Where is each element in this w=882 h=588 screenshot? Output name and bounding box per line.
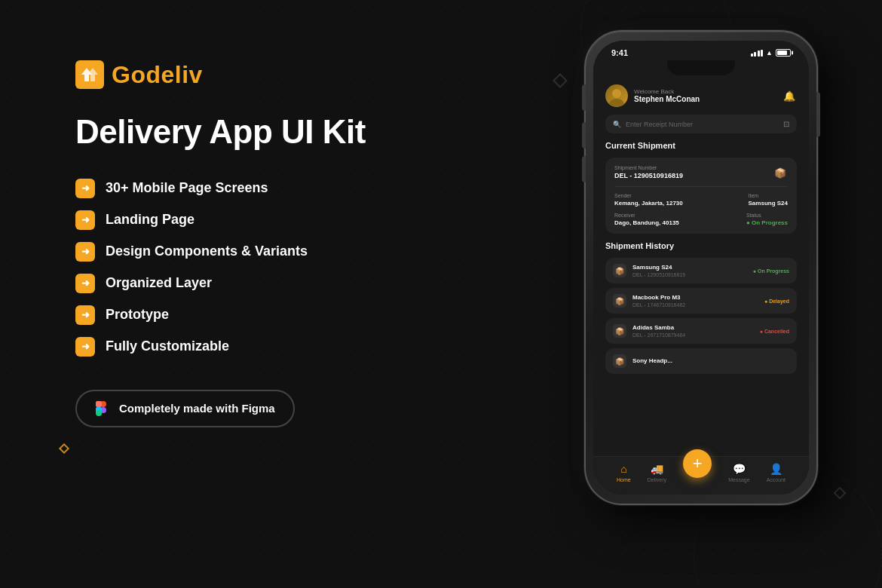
- history-left-3: 📦 Sony Headp...: [613, 354, 672, 368]
- feature-arrow-f5: [75, 305, 95, 325]
- feature-arrow-f1: [75, 179, 95, 198]
- pkg-icon-1: 📦: [613, 294, 626, 308]
- feature-text-f2: Landing Page: [106, 212, 194, 228]
- sender-label: Sender: [614, 193, 683, 198]
- feature-item-f1: 30+ Mobile Page Screens: [75, 179, 452, 198]
- history-left-1: 📦 Macbook Pro M3 DEL - 1746710916462: [613, 294, 685, 308]
- search-bar[interactable]: 🔍 Enter Receipt Number ⊡: [605, 115, 797, 133]
- status-time: 9:41: [611, 48, 628, 57]
- battery-icon: [776, 49, 791, 57]
- phone-area: 9:41 ▲: [565, 30, 837, 573]
- user-text: Welcome Back Stephen McConan: [634, 88, 700, 103]
- nav-account[interactable]: 👤 Account: [767, 463, 786, 482]
- status-block: Status ● On Progress: [746, 213, 788, 226]
- history-item-2[interactable]: 📦 Adidas Samba DEL - 2671710879464 ● Can…: [605, 318, 797, 344]
- left-panel: Godeliv Delivery App UI Kit 30+ Mobile P…: [75, 60, 452, 427]
- welcome-text: Welcome Back: [634, 88, 700, 95]
- receiver-value: Dago, Bandung, 40135: [614, 219, 679, 226]
- figma-badge-button[interactable]: Completely made with Figma: [75, 390, 295, 427]
- main-title: Delivery App UI Kit: [75, 113, 452, 152]
- history-name-2: Adidas Samba: [632, 324, 685, 331]
- history-left-2: 📦 Adidas Samba DEL - 2671710879464: [613, 324, 685, 338]
- figma-badge-text: Completely made with Figma: [119, 402, 275, 415]
- history-name-3: Sony Headp...: [632, 357, 672, 364]
- sender-item-row: Sender Kemang, Jakarta, 12730 Item Samsu…: [614, 193, 788, 207]
- feature-item-f5: Prototype: [75, 305, 452, 325]
- account-icon: 👤: [770, 463, 782, 475]
- history-left-0: 📦 Samsung S24 DEL - 1290510916819: [613, 264, 685, 277]
- package-icon-1: 📦: [773, 165, 788, 180]
- notch: [667, 60, 735, 75]
- item-label: Item: [749, 193, 788, 198]
- feature-item-f4: Organized Layer: [75, 274, 452, 293]
- shipment-number-row: Shipment Number DEL - 1290510916819 📦: [614, 165, 788, 180]
- sender-block: Sender Kemang, Jakarta, 12730: [614, 193, 683, 207]
- history-item-3[interactable]: 📦 Sony Headp...: [605, 348, 797, 374]
- nav-home[interactable]: ⌂ Home: [617, 463, 631, 482]
- status-bar: 9:41 ▲: [593, 41, 809, 60]
- history-id-0: DEL - 1290510916819: [632, 272, 685, 277]
- feature-text-f6: Fully Customizable: [106, 338, 229, 354]
- sender-value: Kemang, Jakarta, 12730: [614, 200, 683, 207]
- status-value: ● On Progress: [746, 219, 788, 226]
- fab-button[interactable]: +: [683, 449, 712, 478]
- shipment-number-label: Shipment Number: [614, 165, 683, 170]
- svg-rect-3: [96, 401, 102, 407]
- scan-icon: ⊡: [783, 120, 789, 128]
- history-title: Shipment History: [605, 241, 797, 250]
- pkg-icon-0: 📦: [613, 264, 626, 277]
- logo-text: Godeliv: [112, 61, 203, 89]
- bell-icon: 🔔: [782, 88, 797, 103]
- feature-text-f3: Design Components & Variants: [106, 243, 308, 259]
- decoration-diamond-2: [59, 443, 69, 454]
- history-status-2: ● Cancelled: [760, 329, 789, 334]
- svg-point-7: [609, 99, 624, 107]
- godeliv-logo-icon: [75, 60, 104, 89]
- history-text-2: Adidas Samba DEL - 2671710879464: [632, 324, 685, 338]
- history-list: 📦 Samsung S24 DEL - 1290510916819 ● On P…: [605, 258, 797, 374]
- feature-text-f5: Prototype: [106, 307, 169, 323]
- history-name-0: Samsung S24: [632, 264, 685, 271]
- receiver-label: Receiver: [614, 213, 679, 218]
- history-status-0: ● On Progress: [753, 268, 789, 274]
- search-placeholder: Enter Receipt Number: [626, 121, 779, 128]
- status-icons: ▲: [751, 49, 791, 57]
- feature-item-f2: Landing Page: [75, 210, 452, 230]
- nav-delivery[interactable]: 🚚 Delivery: [648, 463, 666, 482]
- feature-item-f3: Design Components & Variants: [75, 242, 452, 262]
- history-status-1: ● Delayed: [764, 299, 789, 304]
- pkg-icon-3: 📦: [613, 354, 626, 368]
- app-header: Welcome Back Stephen McConan 🔔: [605, 84, 797, 107]
- figma-icon: [95, 400, 112, 417]
- item-value: Samsung S24: [749, 200, 788, 207]
- feature-item-f6: Fully Customizable: [75, 337, 452, 357]
- nav-message[interactable]: 💬 Message: [728, 463, 749, 482]
- history-name-1: Macbook Pro M3: [632, 294, 685, 301]
- svg-point-6: [612, 89, 621, 98]
- delivery-icon: 🚚: [651, 463, 663, 475]
- signal-bar-1: [751, 54, 753, 57]
- history-text-1: Macbook Pro M3 DEL - 1746710916462: [632, 294, 685, 308]
- home-label: Home: [617, 477, 631, 482]
- current-shipment-title: Current Shipment: [605, 141, 797, 150]
- feature-arrow-f4: [75, 274, 95, 293]
- pkg-icon-2: 📦: [613, 324, 626, 338]
- receiver-status-row: Receiver Dago, Bandung, 40135 Status ● O…: [614, 213, 788, 226]
- user-name: Stephen McConan: [634, 95, 700, 103]
- message-icon: 💬: [733, 463, 746, 475]
- home-icon: ⌂: [620, 463, 626, 475]
- bottom-nav: ⌂ Home 🚚 Delivery + 💬 Message 👤 Accou: [593, 456, 809, 495]
- history-text-0: Samsung S24 DEL - 1290510916819: [632, 264, 685, 277]
- avatar: [605, 84, 628, 107]
- shipment-number-value: DEL - 1290510916819: [614, 172, 683, 179]
- history-item-0[interactable]: 📦 Samsung S24 DEL - 1290510916819 ● On P…: [605, 258, 797, 283]
- message-label: Message: [728, 477, 749, 482]
- shipment-number-block: Shipment Number DEL - 1290510916819: [614, 165, 683, 179]
- avatar-svg: [605, 84, 628, 107]
- history-item-1[interactable]: 📦 Macbook Pro M3 DEL - 1746710916462 ● D…: [605, 288, 797, 314]
- features-list: 30+ Mobile Page Screens Landing Page Des…: [75, 179, 452, 357]
- history-id-2: DEL - 2671710879464: [632, 332, 685, 338]
- phone-outer: 9:41 ▲: [584, 30, 818, 505]
- wifi-icon: ▲: [766, 49, 773, 57]
- receiver-block: Receiver Dago, Bandung, 40135: [614, 213, 679, 226]
